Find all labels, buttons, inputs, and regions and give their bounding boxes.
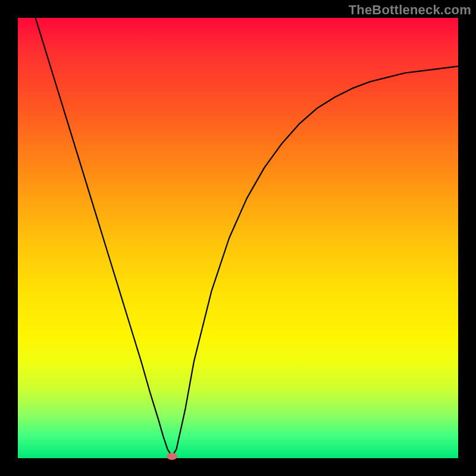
plot-area: [18, 18, 458, 458]
watermark-text: TheBottleneck.com: [349, 2, 471, 18]
curve-path: [36, 18, 458, 456]
chart-frame: TheBottleneck.com: [0, 0, 476, 476]
optimum-marker: [167, 453, 177, 460]
bottleneck-curve: [18, 18, 458, 458]
